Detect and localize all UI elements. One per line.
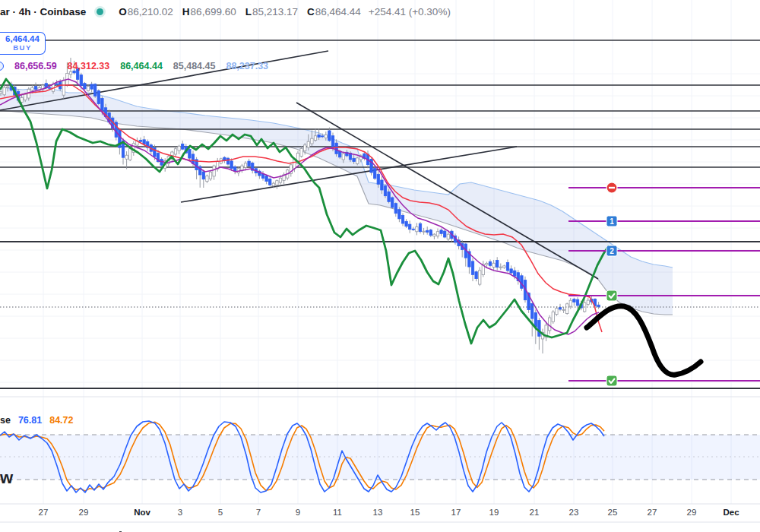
ichimoku-values-row[interactable]: 86,656.5984,312.3386,464.4485,484.4588,2…: [0, 61, 268, 71]
candle-body: [143, 140, 145, 144]
high-value: 86,699.60: [191, 6, 236, 17]
candle-body: [276, 181, 278, 185]
candle-body: [471, 261, 473, 274]
time-axis-label: Dec: [723, 508, 739, 517]
candle-body: [576, 299, 578, 306]
candle-body: [405, 221, 407, 226]
candle-body: [479, 271, 481, 284]
candle-body: [412, 229, 414, 230]
market-status-dot-icon: [97, 8, 103, 15]
time-axis-label: 29: [79, 508, 89, 517]
candle-body: [24, 94, 27, 100]
candle-body: [423, 231, 425, 232]
change-value: +254.41 (+0.30%): [369, 6, 451, 17]
candle-body: [0, 92, 2, 93]
candle-body: [587, 300, 589, 304]
time-axis-label: 15: [410, 508, 420, 517]
time-axis-label: 7: [256, 508, 261, 517]
candle-body: [429, 230, 432, 236]
candle-body: [573, 299, 575, 302]
candle-body: [436, 232, 439, 236]
time-axis-label: 25: [608, 508, 618, 517]
candle-body: [514, 271, 516, 276]
checkmark-icon[interactable]: [606, 375, 617, 386]
candle-body: [304, 145, 306, 151]
candle-body: [84, 84, 86, 89]
candle-body: [209, 172, 211, 179]
close-value: 86,464.44: [315, 6, 361, 17]
candle-body: [34, 87, 36, 90]
candle-body: [339, 151, 341, 157]
symbol-title[interactable]: ar · 4h · Coinbase: [0, 6, 86, 17]
price-chart-svg[interactable]: 12: [0, 0, 760, 532]
time-axis-label: 3: [178, 508, 182, 517]
candle-body: [475, 272, 477, 279]
candle-body: [279, 178, 281, 182]
candle-body: [562, 309, 565, 310]
watermark-fragment: w: [0, 468, 13, 488]
number-badge-text: 2: [610, 247, 614, 255]
candle-body: [492, 263, 495, 267]
buy-button[interactable]: 6,464.44 BUY: [0, 32, 46, 55]
ichimoku-value: 86,656.59: [14, 61, 57, 71]
candle-body: [503, 266, 505, 268]
open-value: 86,210.02: [128, 6, 173, 17]
time-axis-label: 27: [39, 508, 49, 517]
time-axis-label: 17: [451, 508, 461, 517]
candle-body: [374, 169, 376, 179]
ichimoku-value: 86,464.44: [120, 61, 163, 71]
candle-body: [241, 166, 243, 170]
candle-body: [265, 176, 268, 182]
candle-body: [31, 87, 33, 90]
candle-body: [97, 90, 100, 103]
time-axis-label: 11: [333, 508, 342, 517]
trendline-drawing[interactable]: [0, 51, 328, 110]
candle-body: [325, 135, 327, 138]
candle-body: [401, 216, 404, 223]
candle-body: [174, 149, 176, 154]
checkmark-icon[interactable]: [606, 290, 617, 301]
low-label: L: [245, 6, 252, 17]
candle-body: [125, 155, 128, 159]
candle-body: [314, 136, 316, 141]
candle-body: [230, 161, 233, 169]
candle-body: [433, 234, 435, 236]
buy-price: 6,464.44: [0, 34, 45, 43]
stoch-d-value: 84.72: [49, 415, 73, 426]
time-axis-label: 9: [296, 508, 300, 517]
indicator-bullet-icon: [0, 62, 4, 71]
ichimoku-cloud: [0, 87, 673, 315]
candle-body: [409, 224, 411, 230]
stochastic-label-row[interactable]: se 76.81 84.72: [0, 415, 73, 426]
candle-body: [300, 148, 302, 156]
stoch-k-value: 76.81: [18, 415, 42, 426]
candle-body: [234, 166, 236, 171]
candle-body: [398, 210, 401, 219]
candle-body: [444, 231, 446, 237]
candle-body: [342, 154, 344, 160]
candle-body: [90, 84, 93, 89]
candle-body: [269, 179, 271, 185]
candle-body: [129, 149, 131, 160]
candle-body: [499, 267, 502, 268]
candle-body: [353, 158, 355, 161]
candle-body: [318, 135, 320, 138]
candle-body: [521, 276, 523, 289]
candle-body: [94, 84, 97, 97]
candle-body: [7, 87, 9, 87]
bottom-toolbar-fragment-icon: [113, 526, 127, 532]
candle-body: [534, 312, 537, 327]
candle-body: [226, 158, 229, 164]
candle-body: [248, 161, 250, 166]
candle-body: [335, 143, 337, 154]
number-badge-text: 1: [610, 217, 614, 226]
candle-body: [419, 223, 421, 231]
candle-body: [506, 263, 508, 271]
candle-body: [377, 174, 379, 184]
time-axis-label: 27: [648, 508, 657, 517]
candle-body: [3, 87, 5, 95]
high-label: H: [182, 6, 190, 17]
candle-body: [569, 300, 572, 306]
candle-body: [182, 144, 184, 150]
candle-body: [394, 204, 397, 214]
